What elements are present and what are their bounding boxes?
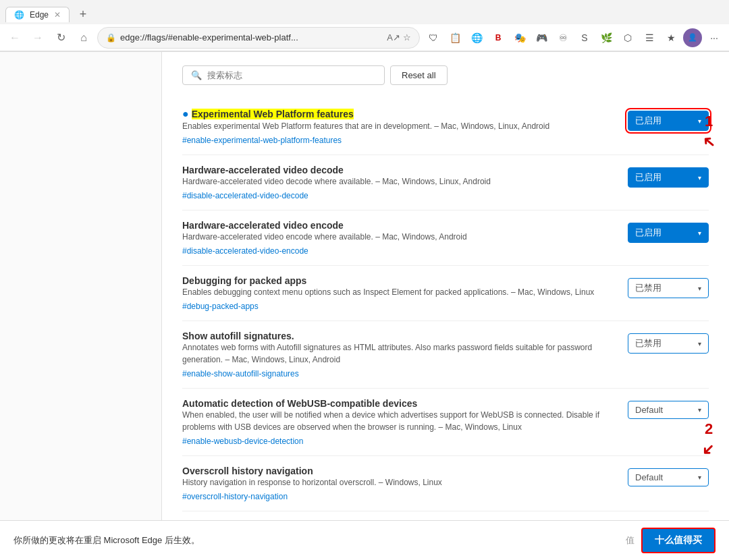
nav-bar: ← → ↻ ⌂ 🔒 edge://flags/#enable-experimen… xyxy=(0,24,729,51)
features-container: ●Experimental Web Platform features Enab… xyxy=(182,99,709,560)
bookmark-icon[interactable]: ☆ xyxy=(403,32,411,43)
feature-title-row-experimental-web-platform: ●Experimental Web Platform features xyxy=(182,108,614,120)
feature-title-row-overscroll-history: Overscroll history navigation xyxy=(182,466,614,476)
feature-info-debug-packed-apps: Debugging for packed apps Enables debugg… xyxy=(182,275,614,311)
feature-item-hw-video-decode: Hardware-accelerated video decode Hardwa… xyxy=(182,155,709,211)
dropdown-label-hw-video-decode: 已启用 xyxy=(635,171,662,184)
dropdown-label-webusb-detection: Default xyxy=(635,405,663,415)
feature-link-webusb-detection[interactable]: #enable-webusb-device-detection xyxy=(182,437,303,446)
feature-item-webusb-detection: Automatic detection of WebUSB-compatible… xyxy=(182,389,709,456)
dropdown-arrow-hw-video-encode: ▾ xyxy=(698,229,701,237)
profile-icon[interactable]: 👤 xyxy=(683,28,702,47)
feature-item-experimental-web-platform: ●Experimental Web Platform features Enab… xyxy=(182,99,709,155)
reset-all-button[interactable]: Reset all xyxy=(390,65,448,85)
dropdown-label-hw-video-encode: 已启用 xyxy=(635,227,662,239)
feature-link-hw-video-encode[interactable]: #disable-accelerated-video-encode xyxy=(182,246,308,256)
address-bar[interactable]: 🔒 edge://flags/#enable-experimental-web-… xyxy=(97,27,420,49)
feature-info-experimental-web-platform: ●Experimental Web Platform features Enab… xyxy=(182,108,614,145)
dropdown-arrow-autofill-signatures: ▾ xyxy=(698,340,701,347)
feature-desc-overscroll-history: History navigation in response to horizo… xyxy=(182,476,614,488)
favorites-icon[interactable]: ★ xyxy=(662,28,680,47)
dropdown-arrow-overscroll-history: ▾ xyxy=(698,474,701,481)
feature-info-hw-video-decode: Hardware-accelerated video decode Hardwa… xyxy=(182,165,614,200)
tab-bar: 🌐 Edge ✕ + xyxy=(0,0,729,24)
search-bar: 🔍 Reset all xyxy=(182,65,709,85)
feature-link-overscroll-history[interactable]: #overscroll-history-navigation xyxy=(182,492,288,501)
feature-title-webusb-detection: Automatic detection of WebUSB-compatible… xyxy=(182,398,417,409)
extension-icon-8[interactable]: S xyxy=(575,28,594,47)
feature-dropdown-overscroll-history[interactable]: Default ▾ xyxy=(628,468,709,486)
dropdown-label-experimental-web-platform: 已启用 xyxy=(635,115,662,127)
edge-icon: 🔒 xyxy=(106,33,116,43)
dropdown-label-autofill-signatures: 已禁用 xyxy=(635,337,662,349)
extension-icon-3[interactable]: 🌐 xyxy=(467,28,486,47)
extension-icon-9[interactable]: 🌿 xyxy=(597,28,616,47)
feature-control-experimental-web-platform: 已启用 ▾ xyxy=(628,111,709,131)
feature-title-row-debug-packed-apps: Debugging for packed apps xyxy=(182,275,614,286)
forward-button[interactable]: → xyxy=(28,28,47,47)
extension-icon-5[interactable]: 🎭 xyxy=(510,28,529,47)
feature-desc-autofill-signatures: Annotates web forms with Autofill signat… xyxy=(182,341,614,366)
search-icon: 🔍 xyxy=(191,70,202,80)
feature-info-overscroll-history: Overscroll history navigation History na… xyxy=(182,466,614,501)
feature-item-autofill-signatures: Show autofill signatures. Annotates web … xyxy=(182,321,709,389)
feature-dropdown-autofill-signatures[interactable]: 已禁用 ▾ xyxy=(628,333,709,354)
address-icons: A↗ ☆ xyxy=(387,32,411,43)
feature-link-autofill-signatures[interactable]: #enable-show-autofill-signatures xyxy=(182,369,299,379)
collections-icon[interactable]: ☰ xyxy=(640,28,659,47)
back-button[interactable]: ← xyxy=(5,28,24,47)
extension-icon-1[interactable]: 🛡 xyxy=(424,28,443,47)
annotation-2: 2 ➜ xyxy=(702,420,716,459)
dropdown-arrow-webusb-detection: ▾ xyxy=(698,406,701,414)
feature-dropdown-experimental-web-platform[interactable]: 已启用 ▾ xyxy=(628,111,709,131)
feature-info-hw-video-encode: Hardware-accelerated video encode Hardwa… xyxy=(182,220,614,256)
feature-title-row-hw-video-decode: Hardware-accelerated video decode xyxy=(182,165,614,175)
feature-info-autofill-signatures: Show autofill signatures. Annotates web … xyxy=(182,331,614,379)
feature-item-debug-packed-apps: Debugging for packed apps Enables debugg… xyxy=(182,266,709,321)
extension-icon-4[interactable]: B xyxy=(489,28,508,47)
tab-title: Edge xyxy=(30,10,49,20)
feature-desc-experimental-web-platform: Enables experimental Web Platform featur… xyxy=(182,120,614,132)
home-button[interactable]: ⌂ xyxy=(74,28,93,47)
page: 🔍 Reset all ●Experimental Web Platform f… xyxy=(0,52,729,560)
bottom-message: 你所做的更改将在重启 Microsoft Edge 后生效。 xyxy=(14,534,200,547)
more-menu-icon[interactable]: ··· xyxy=(705,28,724,47)
feature-dot: ● xyxy=(182,108,189,120)
feature-desc-webusb-detection: When enabled, the user will be notified … xyxy=(182,409,614,433)
feature-link-hw-video-decode[interactable]: #disable-accelerated-video-decode xyxy=(182,191,308,200)
feature-info-webusb-detection: Automatic detection of WebUSB-compatible… xyxy=(182,398,614,446)
refresh-button[interactable]: ↻ xyxy=(51,28,70,47)
feature-dropdown-hw-video-encode[interactable]: 已启用 ▾ xyxy=(628,223,709,243)
feature-dropdown-hw-video-decode[interactable]: 已启用 ▾ xyxy=(628,167,709,188)
search-input[interactable] xyxy=(207,70,376,80)
read-aloud-icon[interactable]: A↗ xyxy=(387,32,400,43)
feature-desc-hw-video-encode: Hardware-accelerated video encode where … xyxy=(182,231,614,243)
extension-icon-6[interactable]: 🎮 xyxy=(532,28,551,47)
feature-control-autofill-signatures: 已禁用 ▾ xyxy=(628,333,709,354)
dropdown-arrow-experimental-web-platform: ▾ xyxy=(698,117,701,125)
main-wrapper: 🔍 Reset all ●Experimental Web Platform f… xyxy=(162,52,729,560)
dropdown-arrow-debug-packed-apps: ▾ xyxy=(698,285,701,292)
feature-title-experimental-web-platform: Experimental Web Platform features xyxy=(192,109,354,119)
feature-title-row-autofill-signatures: Show autofill signatures. xyxy=(182,331,614,341)
extension-icon-10[interactable]: ⬡ xyxy=(618,28,637,47)
watermark: 值 xyxy=(626,534,634,547)
sidebar xyxy=(0,52,162,560)
feature-link-debug-packed-apps[interactable]: #debug-packed-apps xyxy=(182,302,259,311)
feature-desc-hw-video-decode: Hardware-accelerated video decode where … xyxy=(182,175,614,188)
feature-title-row-webusb-detection: Automatic detection of WebUSB-compatible… xyxy=(182,398,614,409)
feature-control-hw-video-encode: 已启用 ▾ xyxy=(628,223,709,243)
search-input-container[interactable]: 🔍 xyxy=(182,65,385,85)
feature-title-row-hw-video-encode: Hardware-accelerated video encode xyxy=(182,220,614,231)
extension-icon-7[interactable]: ♾ xyxy=(554,28,572,47)
feature-control-debug-packed-apps: 已禁用 ▾ xyxy=(628,278,709,298)
feature-link-experimental-web-platform[interactable]: #enable-experimental-web-platform-featur… xyxy=(182,136,342,145)
annotation-number-2: 2 xyxy=(705,420,713,438)
relaunch-button[interactable]: 十么值得买 xyxy=(641,528,716,553)
dropdown-label-debug-packed-apps: 已禁用 xyxy=(635,282,662,294)
browser-chrome: 🌐 Edge ✕ + ← → ↻ ⌂ 🔒 edge://flags/#enabl… xyxy=(0,0,729,52)
extension-icon-2[interactable]: 📋 xyxy=(446,28,464,47)
feature-dropdown-webusb-detection[interactable]: Default ▾ xyxy=(628,401,709,419)
annotation-number-1: 1 xyxy=(705,113,713,130)
feature-dropdown-debug-packed-apps[interactable]: 已禁用 ▾ xyxy=(628,278,709,298)
